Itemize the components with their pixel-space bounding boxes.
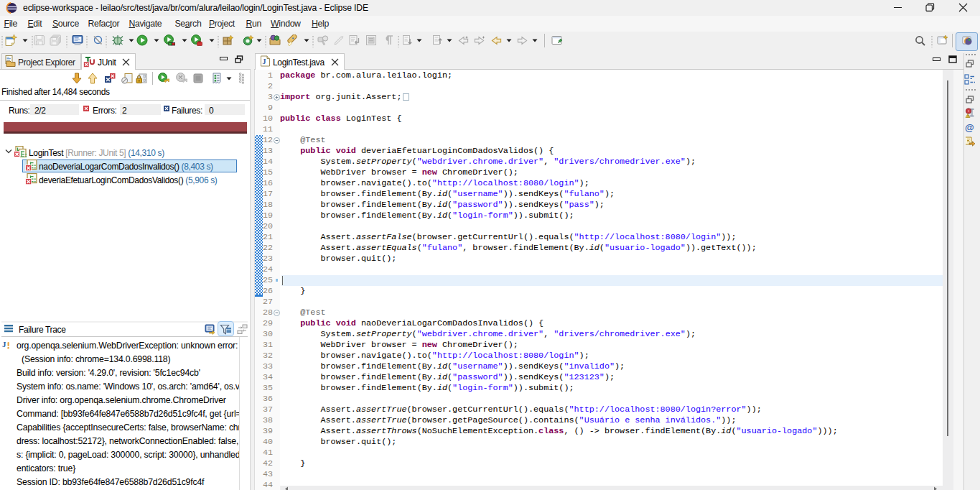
svg-text:J: J (263, 57, 266, 65)
